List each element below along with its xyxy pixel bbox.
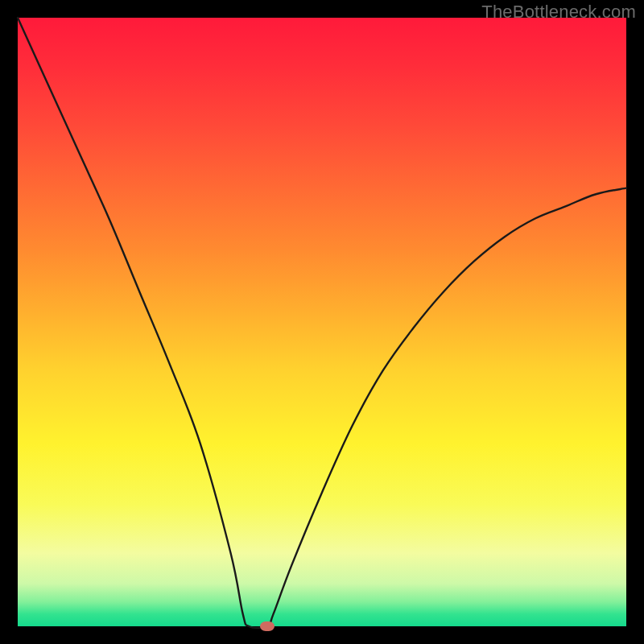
chart-frame: TheBottleneck.com xyxy=(0,0,644,644)
optimum-marker xyxy=(260,621,275,631)
watermark-text: TheBottleneck.com xyxy=(481,2,636,23)
bottleneck-curve xyxy=(18,18,626,626)
plot-area xyxy=(18,18,626,626)
